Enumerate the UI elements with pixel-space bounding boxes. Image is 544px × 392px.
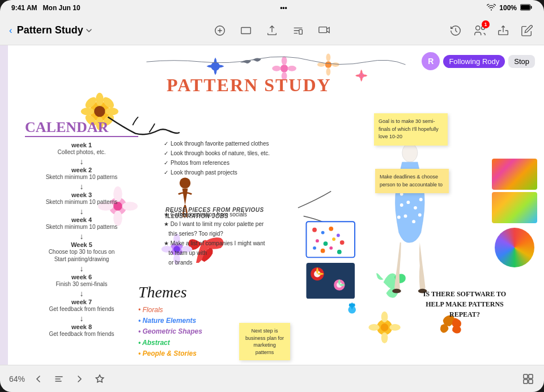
week-8-desc: Get feedback from friends bbox=[25, 330, 138, 338]
svg-point-13 bbox=[272, 66, 281, 71]
svg-point-46 bbox=[381, 323, 389, 331]
calendar-title: CALENDAR bbox=[25, 119, 138, 137]
collaborator-count: 1 bbox=[482, 20, 490, 28]
svg-point-81 bbox=[404, 215, 407, 218]
status-bar: 9:41 AM Mon Jun 10 ••• 100% bbox=[0, 0, 544, 16]
edit-icon[interactable] bbox=[519, 23, 535, 39]
week-6-label: week 6 bbox=[25, 274, 138, 280]
bottom-toolbar: 64% bbox=[0, 365, 544, 392]
history-icon[interactable] bbox=[448, 23, 464, 39]
note-4: ✓ Look through past projects bbox=[164, 168, 288, 177]
share-icon[interactable] bbox=[495, 23, 511, 39]
week-5: Week 5 Choose top 30 to focus onStart pa… bbox=[25, 241, 138, 263]
next-page-button[interactable] bbox=[73, 372, 86, 386]
star-button[interactable] bbox=[93, 372, 107, 386]
chevron-down-icon[interactable] bbox=[86, 27, 92, 34]
svg-point-26 bbox=[83, 95, 98, 110]
arrow-6: ↓ bbox=[25, 289, 138, 298]
outline-view-button[interactable] bbox=[52, 372, 66, 386]
stop-button[interactable]: Stop bbox=[508, 55, 535, 68]
svg-point-48 bbox=[381, 333, 388, 343]
document-title: Pattern Study bbox=[17, 24, 92, 36]
svg-point-15 bbox=[325, 61, 332, 68]
middle-note-4: or brands bbox=[164, 258, 288, 267]
week-7-desc: Get feedback from friends bbox=[25, 305, 138, 313]
svg-point-14 bbox=[287, 66, 296, 71]
svg-point-59 bbox=[340, 240, 345, 245]
media-icon[interactable] bbox=[316, 23, 332, 39]
svg-point-60 bbox=[313, 246, 316, 250]
svg-point-25 bbox=[105, 108, 118, 116]
ps-title-text: PATTERN STUDY bbox=[167, 75, 332, 95]
svg-point-28 bbox=[101, 95, 116, 110]
week-5-label: Week 5 bbox=[25, 241, 138, 248]
svg-rect-88 bbox=[529, 374, 533, 378]
svg-point-57 bbox=[324, 241, 328, 246]
svg-point-50 bbox=[389, 324, 400, 331]
upload-icon[interactable] bbox=[264, 23, 280, 39]
arrow-1: ↓ bbox=[25, 157, 138, 166]
svg-rect-64 bbox=[306, 263, 355, 299]
battery-display: 100% bbox=[499, 4, 517, 12]
note-1: ✓ Look through favorite patterned clothe… bbox=[164, 139, 288, 148]
svg-point-20 bbox=[90, 101, 109, 121]
middle-note-1: ★ Gather inspiration from socials bbox=[164, 210, 288, 219]
week-8-label: week 8 bbox=[25, 323, 138, 330]
battery-icon bbox=[520, 4, 533, 12]
right-question: Is there software to help make patterns … bbox=[419, 289, 510, 319]
svg-rect-87 bbox=[524, 374, 528, 378]
main-area: R Following Rody Stop bbox=[0, 45, 544, 365]
week-6-desc: Finish 30 semi-finals bbox=[25, 280, 138, 288]
back-button[interactable]: ‹ bbox=[9, 25, 12, 36]
date-display: Mon Jun 10 bbox=[43, 4, 80, 12]
ipad-frame: 9:41 AM Mon Jun 10 ••• 100% bbox=[0, 0, 544, 392]
canvas-area[interactable]: R Following Rody Stop bbox=[8, 45, 544, 365]
svg-point-43 bbox=[359, 73, 364, 79]
right-question-text: Is there software to help make patterns … bbox=[423, 290, 506, 318]
following-avatar: R bbox=[422, 52, 440, 70]
week-5-desc: Choose top 30 to focus onStart painting/… bbox=[25, 248, 138, 263]
middle-notes-section: ★ Gather inspiration from socials ★ Do I… bbox=[164, 210, 288, 267]
svg-rect-5 bbox=[299, 29, 303, 34]
svg-point-10 bbox=[280, 65, 288, 73]
svg-point-58 bbox=[332, 237, 335, 241]
theme-1: • Florals bbox=[138, 305, 240, 316]
grid-view-button[interactable] bbox=[521, 372, 535, 386]
svg-point-52 bbox=[312, 228, 317, 232]
arrow-4: ↓ bbox=[25, 232, 138, 241]
svg-point-56 bbox=[316, 239, 319, 242]
svg-rect-4 bbox=[241, 27, 251, 33]
svg-rect-90 bbox=[529, 380, 533, 384]
prev-page-button[interactable] bbox=[32, 372, 45, 386]
middle-note-3: ★ Make a list of companies I might want … bbox=[164, 238, 288, 258]
week-7: week 7 Get feedback from friends bbox=[25, 299, 138, 313]
pattern-study-title: PATTERN STUDY bbox=[167, 75, 332, 96]
color-swatches bbox=[492, 159, 537, 267]
time-display: 9:41 AM bbox=[11, 4, 37, 12]
svg-point-67 bbox=[334, 279, 345, 290]
week-3: week 3 Sketch minimum 10 patterns bbox=[25, 191, 138, 206]
business-note: Next step is business plan for marketing… bbox=[239, 323, 290, 360]
bullet-notes-section: ✓ Look through favorite patterned clothe… bbox=[164, 139, 288, 177]
sticky-deadline-text: Make deadlines & choose person to be acc… bbox=[380, 174, 443, 188]
week-4-label: week 4 bbox=[25, 216, 138, 223]
calendar-section: CALENDAR week 1 Collect photos, etc. ↓ w… bbox=[25, 119, 138, 339]
svg-point-62 bbox=[329, 246, 333, 250]
status-dots: ••• bbox=[280, 4, 287, 12]
svg-point-42 bbox=[180, 177, 190, 188]
svg-point-49 bbox=[368, 324, 379, 331]
svg-point-80 bbox=[419, 198, 423, 201]
markup-tool-icon[interactable] bbox=[212, 23, 228, 39]
svg-point-68 bbox=[337, 282, 342, 288]
svg-rect-1 bbox=[531, 6, 532, 8]
svg-point-45 bbox=[377, 319, 392, 335]
svg-point-83 bbox=[397, 215, 401, 219]
svg-point-22 bbox=[96, 93, 104, 106]
collaborator-icon[interactable]: 1 bbox=[471, 23, 487, 39]
rectangle-tool-icon[interactable] bbox=[238, 23, 254, 39]
following-label: Following Rody bbox=[443, 55, 505, 68]
themes-section: Themes • Florals • Nature Elements • Geo… bbox=[138, 283, 240, 359]
text-format-icon[interactable] bbox=[290, 23, 306, 39]
svg-point-65 bbox=[311, 267, 324, 280]
svg-point-63 bbox=[337, 250, 342, 254]
